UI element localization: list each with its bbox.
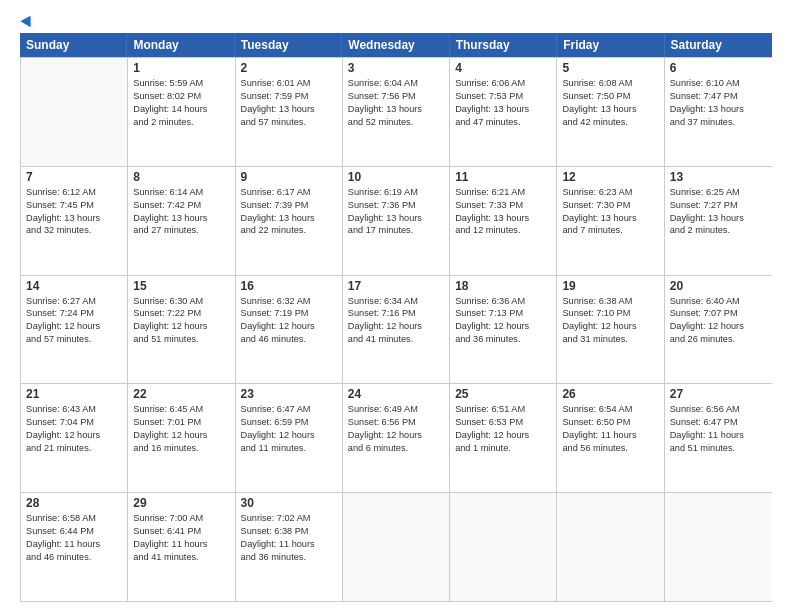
cell-line: Daylight: 11 hours <box>670 429 767 442</box>
cell-line: Sunrise: 6:51 AM <box>455 403 551 416</box>
cell-line: Daylight: 13 hours <box>348 103 444 116</box>
calendar-row: 21Sunrise: 6:43 AMSunset: 7:04 PMDayligh… <box>21 384 772 493</box>
cell-line: Sunrise: 6:10 AM <box>670 77 767 90</box>
day-number: 15 <box>133 279 229 293</box>
calendar-cell: 2Sunrise: 6:01 AMSunset: 7:59 PMDaylight… <box>236 58 343 166</box>
cell-line: Sunset: 6:38 PM <box>241 525 337 538</box>
day-number: 30 <box>241 496 337 510</box>
cell-line: and 37 minutes. <box>670 116 767 129</box>
calendar-cell: 17Sunrise: 6:34 AMSunset: 7:16 PMDayligh… <box>343 276 450 384</box>
calendar-cell: 16Sunrise: 6:32 AMSunset: 7:19 PMDayligh… <box>236 276 343 384</box>
cell-line: Sunrise: 6:40 AM <box>670 295 767 308</box>
calendar-cell: 22Sunrise: 6:45 AMSunset: 7:01 PMDayligh… <box>128 384 235 492</box>
cell-line: Sunrise: 6:54 AM <box>562 403 658 416</box>
cell-line: Sunset: 7:27 PM <box>670 199 767 212</box>
cell-line: and 46 minutes. <box>26 551 122 564</box>
day-number: 9 <box>241 170 337 184</box>
cell-line: and 21 minutes. <box>26 442 122 455</box>
cell-line: Daylight: 12 hours <box>348 320 444 333</box>
cell-line: Daylight: 13 hours <box>455 212 551 225</box>
cell-line: Sunset: 7:24 PM <box>26 307 122 320</box>
cell-line: Daylight: 12 hours <box>455 320 551 333</box>
cell-line: and 31 minutes. <box>562 333 658 346</box>
cell-line: Daylight: 12 hours <box>455 429 551 442</box>
calendar-header: SundayMondayTuesdayWednesdayThursdayFrid… <box>20 33 772 57</box>
calendar-cell: 27Sunrise: 6:56 AMSunset: 6:47 PMDayligh… <box>665 384 772 492</box>
cell-line: Sunset: 7:45 PM <box>26 199 122 212</box>
calendar-cell <box>450 493 557 601</box>
day-number: 19 <box>562 279 658 293</box>
calendar-cell <box>21 58 128 166</box>
logo <box>20 15 34 25</box>
cell-line: Daylight: 12 hours <box>241 429 337 442</box>
calendar-cell: 25Sunrise: 6:51 AMSunset: 6:53 PMDayligh… <box>450 384 557 492</box>
day-number: 2 <box>241 61 337 75</box>
cell-line: Sunset: 7:39 PM <box>241 199 337 212</box>
cell-line: and 1 minute. <box>455 442 551 455</box>
cell-line: and 17 minutes. <box>348 224 444 237</box>
day-number: 26 <box>562 387 658 401</box>
calendar-cell: 26Sunrise: 6:54 AMSunset: 6:50 PMDayligh… <box>557 384 664 492</box>
cell-line: Daylight: 12 hours <box>562 320 658 333</box>
cell-line: Daylight: 13 hours <box>562 103 658 116</box>
page: SundayMondayTuesdayWednesdayThursdayFrid… <box>0 0 792 612</box>
calendar-cell: 14Sunrise: 6:27 AMSunset: 7:24 PMDayligh… <box>21 276 128 384</box>
day-number: 23 <box>241 387 337 401</box>
cell-line: and 2 minutes. <box>133 116 229 129</box>
calendar-cell: 4Sunrise: 6:06 AMSunset: 7:53 PMDaylight… <box>450 58 557 166</box>
day-number: 5 <box>562 61 658 75</box>
cell-line: Sunrise: 6:49 AM <box>348 403 444 416</box>
day-number: 10 <box>348 170 444 184</box>
day-number: 7 <box>26 170 122 184</box>
day-number: 18 <box>455 279 551 293</box>
calendar-cell: 15Sunrise: 6:30 AMSunset: 7:22 PMDayligh… <box>128 276 235 384</box>
cell-line: and 2 minutes. <box>670 224 767 237</box>
cell-line: Sunset: 6:41 PM <box>133 525 229 538</box>
cell-line: Sunrise: 6:32 AM <box>241 295 337 308</box>
header-day: Friday <box>557 33 664 57</box>
cell-line: Sunrise: 6:58 AM <box>26 512 122 525</box>
calendar-cell: 8Sunrise: 6:14 AMSunset: 7:42 PMDaylight… <box>128 167 235 275</box>
header-day: Tuesday <box>235 33 342 57</box>
calendar-cell: 30Sunrise: 7:02 AMSunset: 6:38 PMDayligh… <box>236 493 343 601</box>
cell-line: Sunset: 6:59 PM <box>241 416 337 429</box>
calendar-cell: 3Sunrise: 6:04 AMSunset: 7:56 PMDaylight… <box>343 58 450 166</box>
calendar-cell: 6Sunrise: 6:10 AMSunset: 7:47 PMDaylight… <box>665 58 772 166</box>
cell-line: Sunrise: 6:17 AM <box>241 186 337 199</box>
calendar-cell: 5Sunrise: 6:08 AMSunset: 7:50 PMDaylight… <box>557 58 664 166</box>
header-day: Sunday <box>20 33 127 57</box>
cell-line: Sunset: 7:13 PM <box>455 307 551 320</box>
cell-line: Daylight: 11 hours <box>562 429 658 442</box>
day-number: 22 <box>133 387 229 401</box>
day-number: 20 <box>670 279 767 293</box>
calendar-cell: 29Sunrise: 7:00 AMSunset: 6:41 PMDayligh… <box>128 493 235 601</box>
cell-line: Sunrise: 6:01 AM <box>241 77 337 90</box>
cell-line: Daylight: 12 hours <box>348 429 444 442</box>
cell-line: Sunset: 7:19 PM <box>241 307 337 320</box>
day-number: 6 <box>670 61 767 75</box>
cell-line: and 57 minutes. <box>241 116 337 129</box>
day-number: 28 <box>26 496 122 510</box>
cell-line: and 12 minutes. <box>455 224 551 237</box>
cell-line: Daylight: 13 hours <box>455 103 551 116</box>
cell-line: Daylight: 12 hours <box>133 320 229 333</box>
day-number: 4 <box>455 61 551 75</box>
logo-icon <box>20 13 35 28</box>
day-number: 14 <box>26 279 122 293</box>
cell-line: Daylight: 13 hours <box>241 212 337 225</box>
day-number: 3 <box>348 61 444 75</box>
cell-line: Sunrise: 6:38 AM <box>562 295 658 308</box>
cell-line: Daylight: 13 hours <box>670 212 767 225</box>
calendar-cell: 24Sunrise: 6:49 AMSunset: 6:56 PMDayligh… <box>343 384 450 492</box>
cell-line: Daylight: 12 hours <box>670 320 767 333</box>
cell-line: and 56 minutes. <box>562 442 658 455</box>
cell-line: Sunrise: 5:59 AM <box>133 77 229 90</box>
day-number: 21 <box>26 387 122 401</box>
cell-line: and 47 minutes. <box>455 116 551 129</box>
cell-line: Sunset: 6:53 PM <box>455 416 551 429</box>
cell-line: Daylight: 13 hours <box>26 212 122 225</box>
cell-line: Sunset: 7:50 PM <box>562 90 658 103</box>
cell-line: and 46 minutes. <box>241 333 337 346</box>
cell-line: Sunset: 7:01 PM <box>133 416 229 429</box>
cell-line: Sunrise: 6:08 AM <box>562 77 658 90</box>
